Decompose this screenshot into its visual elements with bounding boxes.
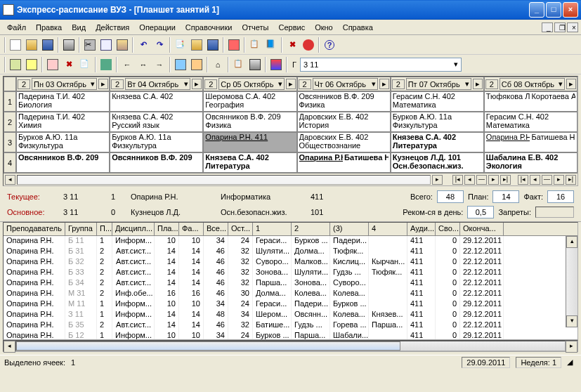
scroll-down-button[interactable]: ▾ (566, 315, 577, 327)
column-header[interactable]: 2 (292, 223, 330, 235)
schedule-cell[interactable]: Князева С.А. 402Русский язык (110, 112, 203, 132)
schedule-cell[interactable]: Бурков А.Ю. 11аФизкультура (16, 132, 110, 152)
menu-operations[interactable]: Операции (135, 22, 179, 33)
nav-prev-button[interactable]: ◂ (464, 175, 475, 185)
tool2-i[interactable]: 📋 (231, 57, 247, 72)
pin-button[interactable] (301, 37, 316, 53)
schedule-cell[interactable]: Бурков А.Ю. 11аФизкультура (391, 112, 484, 132)
schedule-cell[interactable]: Герасим С.Н. 402Математика (484, 112, 577, 132)
day-header[interactable]: 2Сб 08 Октябрь ▾▸ (484, 77, 577, 91)
day-header[interactable]: 2Чт 06 Октябрь ▾▸ (297, 77, 391, 91)
column-header[interactable]: 1 (253, 223, 292, 235)
schedule-cell[interactable]: Кузнецов Л.Д. 101Осн.безопасн.жиз. (391, 152, 484, 173)
cut-button[interactable]: ✂ (82, 37, 98, 53)
scroll-left-button[interactable]: ◂ (5, 175, 15, 185)
table-row[interactable]: Опарина Р.Н.М 312Инф.обе...16164630Долма… (4, 289, 577, 299)
table-row[interactable]: Опарина Р.Н.Б 121Информ...10103424Бурков… (4, 331, 577, 340)
nav-next-button[interactable]: ▸ (488, 175, 499, 185)
schedule-cell[interactable]: Князева С.А. 402 (110, 91, 203, 112)
column-header[interactable]: Все... (204, 223, 228, 235)
tool-d-button[interactable] (226, 37, 242, 53)
table-row[interactable]: Опарина Р.Н.Б 111Информ...10103424Гераси… (4, 236, 577, 247)
total-field[interactable] (437, 190, 464, 203)
paste-button[interactable] (115, 37, 130, 53)
minimize-button[interactable]: _ (529, 2, 544, 18)
schedule-cell[interactable]: Даровских Е.В. 402Обществознание (297, 132, 391, 152)
arrow-next-button[interactable]: → (152, 57, 167, 72)
maximize-button[interactable]: □ (546, 2, 561, 18)
day-header[interactable]: 2Ср 05 Октябрь ▾▸ (203, 77, 296, 91)
schedule-cell[interactable]: Овсянников В.Ф. 209Физика (203, 112, 296, 132)
fact-field[interactable] (547, 190, 574, 203)
column-header[interactable]: Оконча... (460, 223, 504, 235)
schedule-cell[interactable]: Князева С.А. 402Литература (203, 152, 296, 173)
help-button[interactable]: ? (322, 37, 337, 53)
schedule-cell[interactable]: Даровских Е.В. 402История (297, 112, 391, 132)
save-button[interactable] (40, 37, 56, 53)
column-header[interactable]: (3) (330, 223, 369, 235)
nav-swap-button[interactable]: — (476, 175, 487, 185)
day-header[interactable]: 2Пн 03 Октябрь ▾▸ (16, 77, 110, 91)
tool-f-button[interactable]: 📘 (263, 37, 279, 53)
scroll-right-button[interactable]: ▸ (566, 341, 577, 353)
arrow-prev-button[interactable]: ← (119, 57, 135, 72)
column-header[interactable]: Преподаватель (4, 223, 65, 235)
grid-scroll-vertical[interactable]: ▴ ▾ (566, 236, 577, 327)
scroll-right-button[interactable]: ▸ (432, 175, 443, 185)
undo-button[interactable]: ↶ (136, 37, 151, 53)
nav-last-button[interactable]: ▸| (500, 175, 511, 185)
nav2-first-button[interactable]: |◂ (518, 175, 528, 185)
schedule-cell[interactable]: Тюфякова Л.А. 215Коротаева А.Н. 402 (484, 91, 577, 112)
schedule-cell[interactable]: Князева С.А. 402Литература (391, 132, 484, 152)
table-row[interactable]: Опарина Р.Н.М 111Информ...10103424Гераси… (4, 299, 577, 310)
column-header[interactable]: Ост... (228, 223, 253, 235)
menu-help[interactable]: Справка (339, 22, 377, 33)
tool2-e[interactable]: 📄 (77, 57, 93, 72)
redo-button[interactable]: ↷ (152, 37, 167, 53)
schedule-cell[interactable]: Опарина Р.Н. 411 (203, 132, 296, 152)
chevron-right-icon[interactable]: ▸ (98, 79, 108, 89)
column-header[interactable]: Дисципл... (112, 223, 155, 235)
schedule-cell[interactable]: Опарина Р.Н. 411Батишева Н.С. 409 (484, 132, 577, 152)
rec-field[interactable] (467, 206, 494, 218)
tool2-g[interactable] (173, 57, 188, 72)
tool-c-button[interactable] (205, 37, 221, 53)
table-row[interactable]: Опарина Р.Н.Б 342Авт.сист...14144632Парш… (4, 278, 577, 289)
menu-reports[interactable]: Отчеты (237, 22, 273, 33)
column-header[interactable]: Фа... (179, 223, 204, 235)
plan-field[interactable] (492, 190, 519, 203)
schedule-cell[interactable]: Герасим С.Н. 402Математика (391, 91, 484, 112)
schedule-cell[interactable]: Овсянников В.Ф. 209 (110, 152, 203, 173)
nav2-prev-button[interactable]: ◂ (530, 175, 540, 185)
menu-service[interactable]: Сервис (274, 22, 309, 33)
menu-actions[interactable]: Действия (91, 22, 133, 33)
tool2-k[interactable] (268, 57, 284, 72)
column-header[interactable]: Пла... (155, 223, 179, 235)
table-row[interactable]: Опарина Р.Н.Б 322Авт.сист...14144632Суво… (4, 257, 577, 268)
menu-file[interactable]: Файл (3, 22, 30, 33)
home-button[interactable]: ⌂ (210, 57, 226, 72)
column-header[interactable]: Группа (65, 223, 97, 235)
menu-references[interactable]: Справочники (181, 22, 237, 33)
chevron-right-icon[interactable]: ▸ (286, 79, 296, 89)
mdi-close-button[interactable]: × (567, 22, 578, 32)
table-row[interactable]: Опарина Р.Н.Б 332Авт.сист...14144632Зоно… (4, 268, 577, 278)
tool-e-button[interactable]: 📋 (247, 37, 263, 53)
nav2-last-button[interactable]: ▸| (566, 175, 576, 185)
schedule-cell[interactable]: Бурков А.Ю. 11аФизкультура (110, 132, 203, 152)
scroll-up-button[interactable]: ▴ (566, 236, 577, 248)
tool2-j[interactable] (247, 57, 263, 72)
group-selector[interactable]: 3 11 ▾ (300, 58, 462, 72)
column-header[interactable]: Сво... (436, 223, 460, 235)
menu-edit[interactable]: Правка (32, 22, 66, 33)
mdi-minimize-button[interactable]: _ (542, 22, 553, 32)
column-header[interactable]: П... (97, 223, 112, 235)
nav-first-button[interactable]: |◂ (452, 175, 463, 185)
schedule-scroll-bar[interactable]: ◂ ▸ |◂ ◂ — ▸ ▸| |◂ ◂ — ▸ ▸| (4, 173, 577, 185)
tool2-d[interactable]: ✖ (61, 57, 77, 72)
scroll-left-button[interactable]: ◂ (4, 341, 15, 353)
grid-scroll-horizontal[interactable]: ◂ ▸ (3, 340, 578, 352)
tool2-a[interactable] (8, 57, 23, 72)
close-button[interactable]: × (563, 2, 578, 18)
schedule-cell[interactable]: Овсянников В.Ф. 209 (16, 152, 110, 173)
